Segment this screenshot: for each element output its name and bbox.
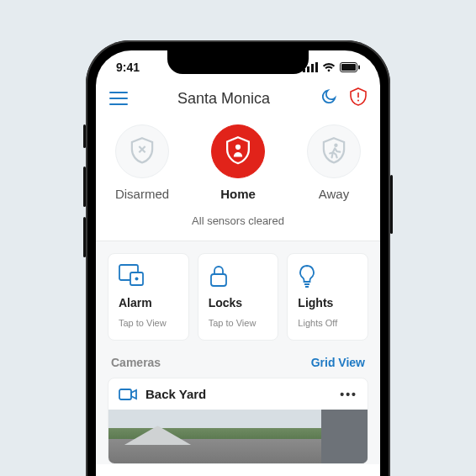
- svg-point-9: [235, 145, 241, 150]
- svg-rect-15: [119, 389, 131, 399]
- phone-side-button: [390, 175, 393, 234]
- mode-disarmed[interactable]: Disarmed: [108, 124, 176, 201]
- tile-subtitle: Tap to View: [209, 318, 268, 328]
- mode-label: Disarmed: [115, 187, 169, 201]
- tile-subtitle: Lights Off: [298, 318, 357, 328]
- alarm-icon: [119, 264, 178, 288]
- svg-point-10: [334, 144, 337, 147]
- svg-rect-2: [311, 64, 314, 72]
- tile-lights[interactable]: Lights Lights Off: [287, 253, 368, 341]
- section-title: Cameras: [111, 356, 161, 369]
- svg-rect-5: [341, 64, 356, 71]
- svg-rect-14: [211, 274, 226, 286]
- alert-icon[interactable]: [350, 87, 367, 109]
- mode-label: Away: [319, 187, 349, 201]
- quick-tiles: Alarm Tap to View Locks Tap to View Ligh…: [108, 253, 368, 341]
- shield-running-icon: [321, 137, 346, 166]
- mode-label: Home: [220, 187, 256, 201]
- camera-more-button[interactable]: •••: [340, 388, 357, 401]
- sensor-status[interactable]: All sensors cleared: [96, 206, 380, 241]
- lock-icon: [209, 264, 268, 288]
- camera-name: Back Yard: [145, 387, 206, 401]
- wifi-icon: [322, 62, 336, 72]
- svg-rect-1: [307, 66, 309, 72]
- phone-side-button: [83, 124, 86, 148]
- tile-title: Alarm: [119, 296, 178, 309]
- shield-x-icon: [130, 137, 155, 166]
- mode-away[interactable]: Away: [300, 124, 368, 201]
- phone-frame: 9:41 Santa Monica: [86, 40, 390, 476]
- tile-alarm[interactable]: Alarm Tap to View: [108, 253, 189, 341]
- camera-icon: [119, 388, 137, 401]
- status-time: 9:41: [116, 61, 140, 74]
- arming-modes: Disarmed Home Away: [96, 118, 380, 206]
- phone-screen: 9:41 Santa Monica: [96, 50, 380, 476]
- app-header: Santa Monica: [96, 84, 380, 118]
- lightbulb-icon: [298, 264, 357, 288]
- phone-notch: [167, 50, 309, 74]
- night-mode-icon[interactable]: [320, 87, 338, 109]
- svg-rect-3: [315, 62, 318, 72]
- battery-icon: [340, 62, 360, 72]
- tile-title: Locks: [209, 296, 268, 309]
- tile-subtitle: Tap to View: [119, 318, 178, 328]
- mode-home[interactable]: Home: [204, 124, 272, 201]
- phone-side-button: [83, 167, 86, 207]
- cameras-section-header: Cameras Grid View: [108, 341, 368, 378]
- svg-point-8: [357, 100, 359, 102]
- svg-rect-6: [358, 66, 360, 70]
- svg-point-13: [135, 278, 139, 281]
- location-title[interactable]: Santa Monica: [177, 90, 270, 108]
- phone-side-button: [83, 217, 86, 257]
- grid-view-button[interactable]: Grid View: [311, 356, 365, 369]
- tile-title: Lights: [298, 296, 357, 309]
- tile-locks[interactable]: Locks Tap to View: [198, 253, 279, 341]
- main-content: Alarm Tap to View Locks Tap to View Ligh…: [96, 241, 380, 464]
- camera-card[interactable]: Back Yard •••: [108, 378, 368, 464]
- menu-button[interactable]: [109, 92, 128, 105]
- camera-thumbnail[interactable]: [108, 410, 368, 463]
- shield-person-icon: [225, 136, 251, 167]
